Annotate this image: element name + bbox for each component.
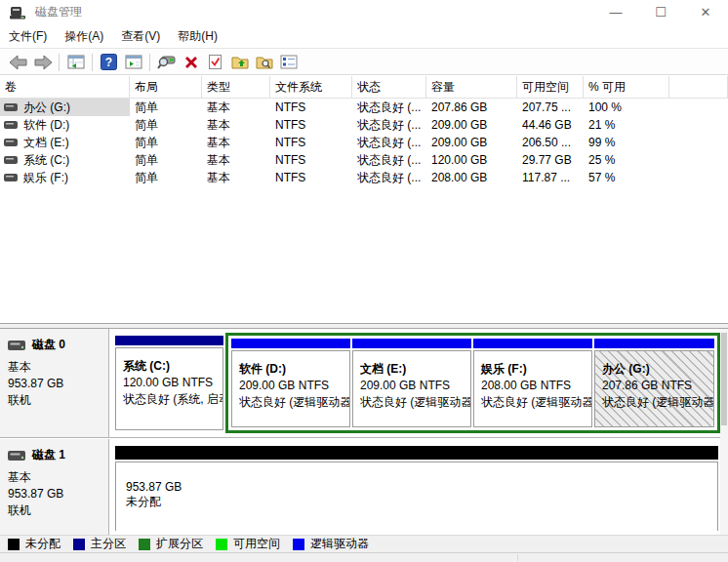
scrollbar-thumb[interactable]: [721, 333, 727, 425]
table-row[interactable]: 系统 (C:) 简单 基本 NTFS 状态良好 (... 120.00 GB 2…: [0, 151, 728, 169]
disk-1-row: 磁盘 1 基本 953.87 GB 联机 953.87 GB 未分配: [0, 439, 728, 535]
partition-g-bar: [594, 339, 714, 348]
disk-0-label-panel[interactable]: 磁盘 0 基本 953.87 GB 联机: [0, 329, 109, 437]
volume-status: 状态良好 (...: [352, 116, 426, 134]
disk-status: 联机: [8, 502, 108, 519]
volume-filesystem: NTFS: [270, 151, 352, 169]
disk-name: 磁盘 1: [32, 447, 65, 463]
partition-status: 状态良好 (逻辑驱动器: [602, 394, 707, 411]
delete-icon[interactable]: [179, 52, 203, 73]
volume-type: 基本: [202, 151, 270, 169]
unallocated-status: 未分配: [126, 494, 717, 510]
folder-up-icon[interactable]: [227, 52, 252, 73]
menu-help[interactable]: 帮助(H): [169, 24, 226, 49]
volume-free-space: 29.77 GB: [517, 151, 584, 169]
logical-drive-color-swatch: [293, 539, 304, 550]
back-icon[interactable]: [6, 52, 30, 73]
properties-magnifier-icon[interactable]: [154, 52, 179, 73]
partition-name: 软件 (D:): [239, 361, 343, 378]
disk-size: 953.87 GB: [8, 486, 108, 502]
table-row[interactable]: 娱乐 (F:) 简单 基本 NTFS 状态良好 (... 208.00 GB 1…: [0, 169, 728, 186]
primary-partition-color-swatch: [73, 539, 85, 550]
disk-management-window: 磁盘管理 — ☐ ✕ 文件(F) 操作(A) 查看(V) 帮助(H) ?: [0, 0, 728, 562]
disk-0-strip: 系统 (C:) 120.00 GB NTFS 状态良好 (系统, 启动 软件 (…: [115, 333, 719, 433]
checklist-icon[interactable]: [276, 52, 301, 73]
column-header-layout[interactable]: 布局: [130, 76, 202, 98]
partition-f[interactable]: 娱乐 (F:) 208.00 GB NTFS 状态良好 (逻辑驱动器: [473, 339, 592, 427]
menu-view[interactable]: 查看(V): [112, 24, 169, 49]
volume-pct-free: 25 %: [584, 151, 669, 169]
legend-item-primary: 主分区: [73, 536, 126, 552]
check-document-icon[interactable]: [203, 52, 227, 73]
column-header-filesystem[interactable]: 文件系统: [270, 76, 352, 98]
folder-search-icon[interactable]: [252, 52, 276, 73]
legend-label: 主分区: [91, 536, 126, 552]
volume-capacity: 207.86 GB: [426, 99, 517, 116]
legend-label: 逻辑驱动器: [310, 536, 369, 552]
volume-capacity: 120.00 GB: [426, 151, 517, 169]
disk-name: 磁盘 0: [32, 337, 65, 353]
volume-pct-free: 100 %: [584, 99, 669, 116]
legend-item-logical-drive: 逻辑驱动器: [293, 536, 369, 552]
action-pane-icon[interactable]: [121, 52, 145, 73]
volume-filesystem: NTFS: [270, 99, 352, 116]
partition-status: 状态良好 (系统, 启动: [123, 391, 216, 408]
toolbar-separator: [149, 54, 150, 71]
disk-status: 联机: [8, 392, 108, 409]
volume-name: 系统 (C:): [23, 152, 69, 169]
volume-free-space: 207.75 ...: [517, 99, 584, 116]
console-tree-icon[interactable]: [63, 52, 88, 73]
table-row[interactable]: 软件 (D:) 简单 基本 NTFS 状态良好 (... 209.00 GB 4…: [0, 116, 728, 134]
close-button[interactable]: ✕: [683, 0, 728, 24]
table-row[interactable]: 文档 (E:) 简单 基本 NTFS 状态良好 (... 209.00 GB 2…: [0, 134, 728, 151]
volume-capacity: 209.00 GB: [426, 134, 517, 151]
column-header-pct-free[interactable]: % 可用: [584, 76, 669, 98]
partition-status: 状态良好 (逻辑驱动器: [360, 394, 464, 411]
maximize-button[interactable]: ☐: [638, 0, 683, 24]
disk-1-label-panel[interactable]: 磁盘 1 基本 953.87 GB 联机: [0, 439, 109, 535]
volume-name: 文档 (E:): [23, 135, 69, 151]
svg-text:?: ?: [105, 56, 112, 69]
volume-list: 卷 布局 类型 文件系统 状态 容量 可用空间 % 可用 办公 (G:) 简单 …: [0, 76, 728, 323]
menu-action[interactable]: 操作(A): [56, 24, 112, 49]
minimize-button[interactable]: —: [593, 0, 638, 24]
volume-layout: 简单: [130, 99, 202, 116]
volume-type: 基本: [202, 116, 270, 134]
partition-size: 208.00 GB NTFS: [481, 378, 585, 394]
forward-icon[interactable]: [30, 52, 55, 73]
table-row[interactable]: 办公 (G:) 简单 基本 NTFS 状态良好 (... 207.86 GB 2…: [0, 99, 728, 116]
partition-d[interactable]: 软件 (D:) 209.00 GB NTFS 状态良好 (逻辑驱动器: [231, 339, 350, 427]
volume-layout: 简单: [130, 151, 202, 169]
partition-e-bar: [352, 339, 471, 348]
unallocated-size: 953.87 GB: [126, 480, 717, 494]
legend-label: 可用空间: [233, 536, 280, 552]
partition-size: 209.00 GB NTFS: [239, 378, 343, 394]
status-strip: [0, 552, 728, 562]
partition-name: 系统 (C:): [123, 358, 216, 375]
volume-status: 状态良好 (...: [352, 99, 426, 116]
column-header-capacity[interactable]: 容量: [426, 76, 517, 98]
vertical-scrollbar[interactable]: [720, 329, 728, 535]
column-header-status[interactable]: 状态: [352, 76, 426, 98]
volume-icon: [4, 100, 18, 114]
volume-layout: 简单: [130, 134, 202, 151]
column-header-type[interactable]: 类型: [202, 76, 270, 98]
volume-free-space: 117.87 ...: [517, 169, 584, 186]
disk-0-row: 磁盘 0 基本 953.87 GB 联机 系统 (C:) 120.00 GB N…: [0, 329, 728, 438]
partition-c[interactable]: 系统 (C:) 120.00 GB NTFS 状态良好 (系统, 启动: [115, 336, 223, 430]
volume-icon: [4, 136, 18, 149]
volume-filesystem: NTFS: [270, 134, 352, 151]
extended-partition-color-swatch: [139, 539, 150, 550]
volume-pct-free: 99 %: [584, 134, 669, 151]
column-header-volume[interactable]: 卷: [0, 76, 130, 98]
menu-file[interactable]: 文件(F): [0, 24, 56, 49]
volume-capacity: 208.00 GB: [426, 169, 517, 186]
partition-f-bar: [473, 339, 592, 348]
partition-e[interactable]: 文档 (E:) 209.00 GB NTFS 状态良好 (逻辑驱动器: [352, 339, 471, 427]
column-header-free-space[interactable]: 可用空间: [517, 76, 584, 98]
volume-icon: [4, 153, 18, 167]
titlebar: 磁盘管理 — ☐ ✕: [0, 0, 728, 24]
partition-g-selected[interactable]: 办公 (G:) 207.86 GB NTFS 状态良好 (逻辑驱动器: [594, 339, 714, 427]
unallocated-region[interactable]: 953.87 GB 未分配: [115, 446, 718, 531]
help-icon[interactable]: ?: [97, 52, 121, 73]
